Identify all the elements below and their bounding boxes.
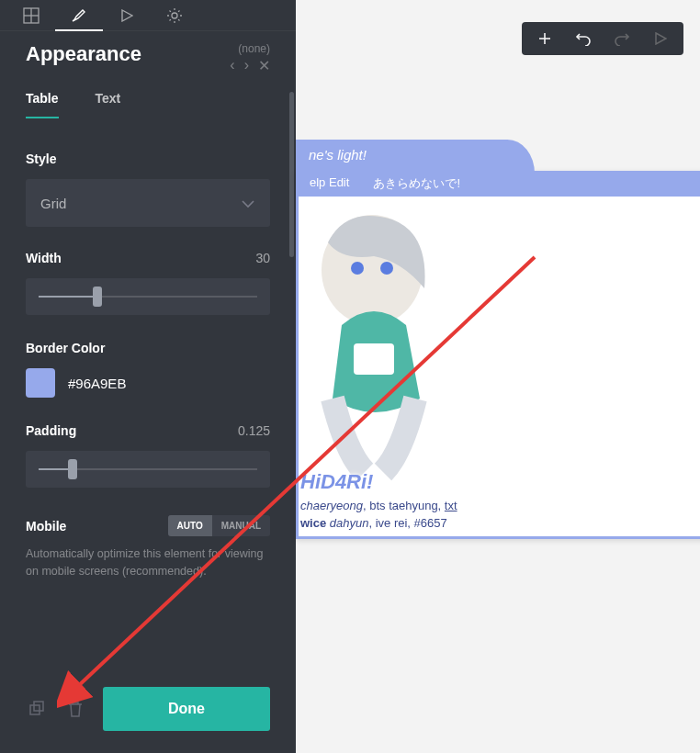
chevron-down-icon	[241, 196, 255, 211]
sidebar-top-icons	[0, 0, 296, 31]
style-select[interactable]: Grid	[26, 179, 270, 227]
trash-icon[interactable]	[64, 700, 86, 718]
gear-icon[interactable]	[151, 0, 198, 31]
preview-canvas: ne's light! elp Edit あきらめないで! carrd ib >	[296, 0, 700, 753]
svg-marker-9	[656, 33, 666, 44]
width-value: 30	[255, 251, 270, 265]
nav-link-edit[interactable]: elp Edit	[310, 175, 349, 192]
mobile-auto[interactable]: AUTO	[168, 515, 212, 536]
width-label: Width	[26, 251, 62, 265]
canvas-toolbar	[522, 22, 683, 55]
tab-table[interactable]: Table	[26, 91, 59, 118]
panel-tabs: Table Text	[0, 74, 296, 118]
panel-title: Appearance	[26, 42, 141, 66]
width-slider[interactable]	[26, 278, 270, 315]
padding-value: 0.125	[238, 423, 270, 438]
svg-rect-5	[30, 705, 40, 714]
duplicate-icon[interactable]	[26, 700, 48, 718]
svg-rect-6	[34, 702, 43, 711]
card-nav-bar: elp Edit あきらめないで! carrd ib >	[299, 171, 700, 197]
padding-slider[interactable]	[26, 451, 270, 488]
character-title: HiD4Ri!	[300, 470, 373, 494]
nav-link-jp[interactable]: あきらめないで!	[373, 175, 460, 192]
tab-text[interactable]: Text	[96, 91, 121, 118]
redo-icon[interactable]	[606, 22, 638, 55]
grid-icon[interactable]	[7, 0, 55, 31]
preview-play-icon[interactable]	[645, 22, 676, 55]
panel-head-controls: (none) ‹ › ✕	[230, 42, 270, 74]
brush-icon[interactable]	[55, 0, 103, 31]
card-body: HiD4Ri! chaeryeong, bts taehyung, txt wi…	[299, 197, 700, 536]
svg-marker-3	[122, 10, 132, 21]
border-color-label: Border Color	[26, 341, 270, 355]
svg-point-13	[380, 262, 393, 275]
mobile-label: Mobile	[26, 519, 66, 534]
next-element-icon[interactable]: ›	[244, 57, 249, 74]
panel-scroll: Style Grid Width 30 Border Color #96A9EB	[0, 118, 296, 670]
carrd-preview-card[interactable]: ne's light! elp Edit あきらめないで! carrd ib >	[296, 171, 700, 539]
border-color-swatch[interactable]	[26, 368, 55, 398]
svg-rect-11	[354, 343, 394, 375]
play-icon[interactable]	[103, 0, 151, 31]
settings-sidebar: Appearance (none) ‹ › ✕ Table Text Style…	[0, 0, 296, 753]
card-folder-tab: ne's light!	[296, 140, 535, 174]
border-color-hex[interactable]: #96A9EB	[68, 376, 126, 391]
prev-element-icon[interactable]: ‹	[230, 57, 234, 74]
mobile-toggle[interactable]: AUTO MANUAL	[168, 515, 270, 536]
style-value: Grid	[40, 196, 66, 211]
undo-icon[interactable]	[568, 22, 599, 55]
padding-label: Padding	[26, 423, 76, 438]
mobile-help-text: Automatically optimize this element for …	[26, 545, 270, 580]
close-panel-icon[interactable]: ✕	[258, 57, 270, 74]
style-label: Style	[26, 152, 270, 166]
svg-point-4	[172, 13, 177, 18]
done-button[interactable]: Done	[103, 687, 270, 731]
add-icon[interactable]	[529, 22, 560, 55]
character-meta: chaeryeong, bts taehyung, txt wice dahyu…	[300, 498, 457, 533]
sidebar-scrollbar[interactable]	[289, 92, 294, 670]
panel-footer: Done	[0, 670, 296, 753]
character-image	[299, 206, 457, 481]
mobile-manual[interactable]: MANUAL	[212, 515, 270, 536]
element-name-chip[interactable]: (none)	[238, 42, 270, 55]
svg-point-12	[351, 262, 364, 275]
